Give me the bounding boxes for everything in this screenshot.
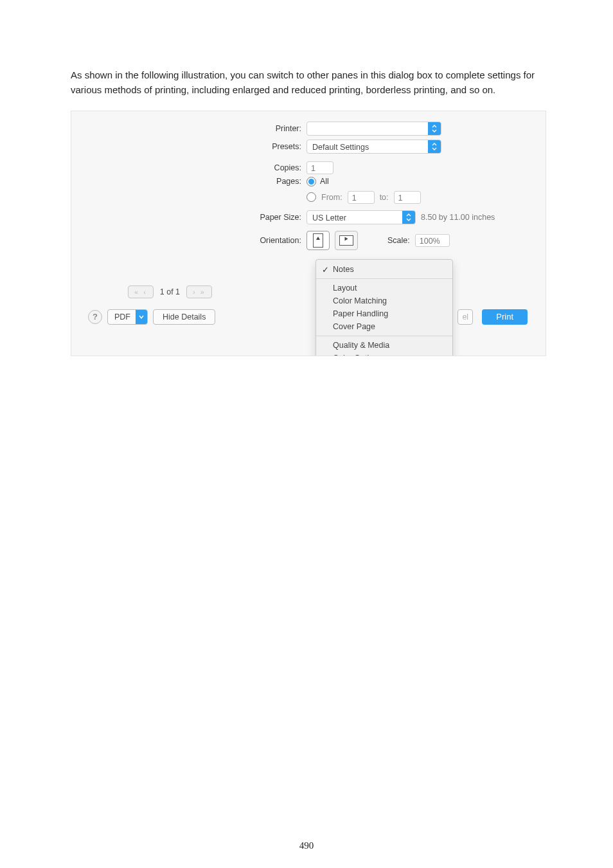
chevron-down-icon [428,140,441,153]
page-number: 490 [0,840,613,851]
scale-field[interactable]: 100% [415,234,450,247]
papersize-hint: 8.50 by 11.00 inches [421,213,495,222]
print-dialog-illustration: Printer: Presets: Default Settings Copie… [71,111,546,356]
chevron-down-icon [402,211,415,224]
presets-value: Default Settings [312,143,369,152]
orientation-landscape[interactable] [335,231,358,250]
label-copies: Copies: [251,163,301,172]
pdf-button-label: PDF [114,312,130,321]
print-button[interactable]: Print [482,309,528,325]
chevron-down-icon [136,310,147,324]
label-from: From: [321,193,342,202]
pager-prev[interactable]: «‹ [128,285,154,298]
menu-notes[interactable]: Notes [316,263,452,276]
printer-popup[interactable] [306,122,441,136]
label-printer: Printer: [251,124,301,133]
pager-next[interactable]: ›» [186,285,212,298]
radio-pages-all-label: All [320,177,329,186]
menu-color-options[interactable]: Color Options [316,352,452,356]
pager-text: 1 of 1 [160,287,180,296]
copies-field[interactable]: 1 [306,161,333,174]
presets-popup[interactable]: Default Settings [306,140,441,154]
papersize-value: US Letter [312,213,346,222]
radio-pages-range[interactable] [306,192,316,202]
menu-quality-media[interactable]: Quality & Media [316,339,452,352]
label-scale: Scale: [387,236,410,245]
help-button[interactable]: ? [88,310,102,324]
orientation-portrait[interactable] [306,231,330,250]
label-papersize: Paper Size: [251,213,301,222]
label-pages: Pages: [251,177,301,186]
label-orientation: Orientation: [251,236,301,245]
label-to: to: [380,193,389,202]
menu-color-matching[interactable]: Color Matching [316,294,452,307]
menu-paper-handling[interactable]: Paper Handling [316,307,452,320]
to-field[interactable]: 1 [394,191,421,204]
hide-details-button[interactable]: Hide Details [153,309,215,325]
papersize-popup[interactable]: US Letter [306,210,416,224]
radio-pages-all[interactable]: All [306,177,329,186]
menu-layout[interactable]: Layout [316,282,452,294]
extra-right-button[interactable]: el [458,309,473,325]
pane-dropdown[interactable]: Notes Layout Color Matching Paper Handli… [315,259,453,356]
intro-paragraph: As shown in the following illustration, … [71,68,542,98]
label-presets: Presets: [251,142,301,151]
menu-cover-page[interactable]: Cover Page [316,320,452,333]
pdf-button[interactable]: PDF [107,309,148,325]
chevron-down-icon [428,122,441,135]
from-field[interactable]: 1 [348,191,375,204]
